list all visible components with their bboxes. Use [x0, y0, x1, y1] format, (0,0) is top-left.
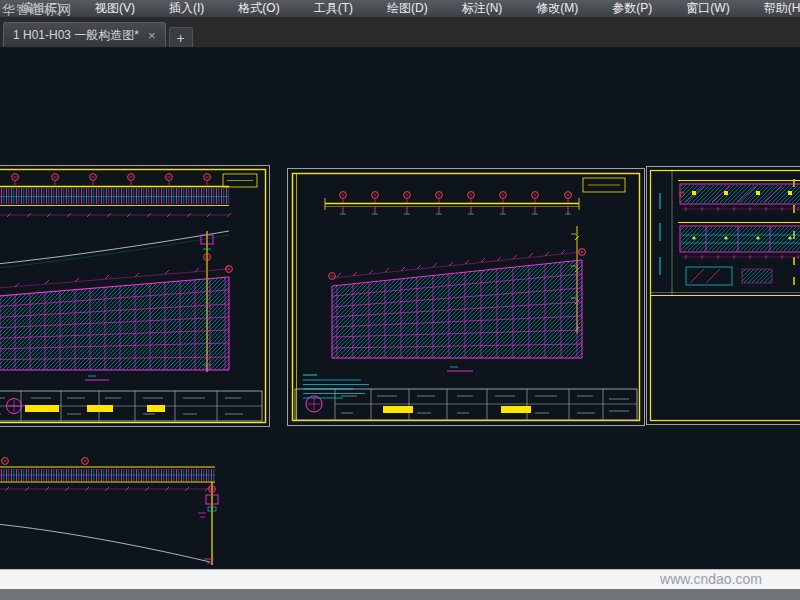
cad-application-window: 编辑(E) 视图(V) 插入(I) 格式(O) 工具(T) 绘图(D) 标注(N…: [0, 0, 800, 600]
menu-bar: 编辑(E) 视图(V) 插入(I) 格式(O) 工具(T) 绘图(D) 标注(N…: [0, 0, 800, 18]
new-tab-button[interactable]: +: [169, 27, 193, 47]
drawing-frame-left-elevation[interactable]: [0, 165, 270, 427]
drawing-frame-center-elevation[interactable]: [287, 168, 645, 426]
cad-canvas[interactable]: [0, 48, 800, 569]
drawing-frame-right-details[interactable]: [646, 165, 800, 427]
drawing-bottom-left-partial[interactable]: [0, 455, 260, 569]
tab-label: 1 H01-H03 一般构造图*: [13, 27, 139, 44]
menu-item-parametric[interactable]: 参数(P): [595, 0, 669, 17]
menu-item-tools[interactable]: 工具(T): [297, 0, 370, 17]
menu-item-dimension[interactable]: 标注(N): [445, 0, 520, 17]
watermark-site-url: www.cndao.com: [660, 571, 762, 587]
tab-drawing-h01-h03[interactable]: 1 H01-H03 一般构造图* ×: [3, 22, 166, 47]
menu-item-insert[interactable]: 插入(I): [152, 0, 221, 17]
drawing-tab-bar: 1 H01-H03 一般构造图* × +: [0, 18, 800, 48]
menu-item-window[interactable]: 窗口(W): [669, 0, 746, 17]
menu-item-format[interactable]: 格式(O): [221, 0, 296, 17]
status-bar: [0, 589, 800, 600]
plus-icon: +: [177, 30, 185, 46]
command-strip: www.cndao.com: [0, 569, 800, 589]
title-block-left: [0, 391, 262, 421]
notes-text-block: [303, 375, 369, 398]
menu-item-draw[interactable]: 绘图(D): [370, 0, 445, 17]
tab-close-icon[interactable]: ×: [148, 29, 156, 42]
watermark-site-name: 华智道标网: [2, 1, 72, 18]
menu-item-view[interactable]: 视图(V): [78, 0, 152, 17]
menu-item-help[interactable]: 帮助(H): [747, 0, 800, 17]
menu-item-modify[interactable]: 修改(M): [519, 0, 595, 17]
